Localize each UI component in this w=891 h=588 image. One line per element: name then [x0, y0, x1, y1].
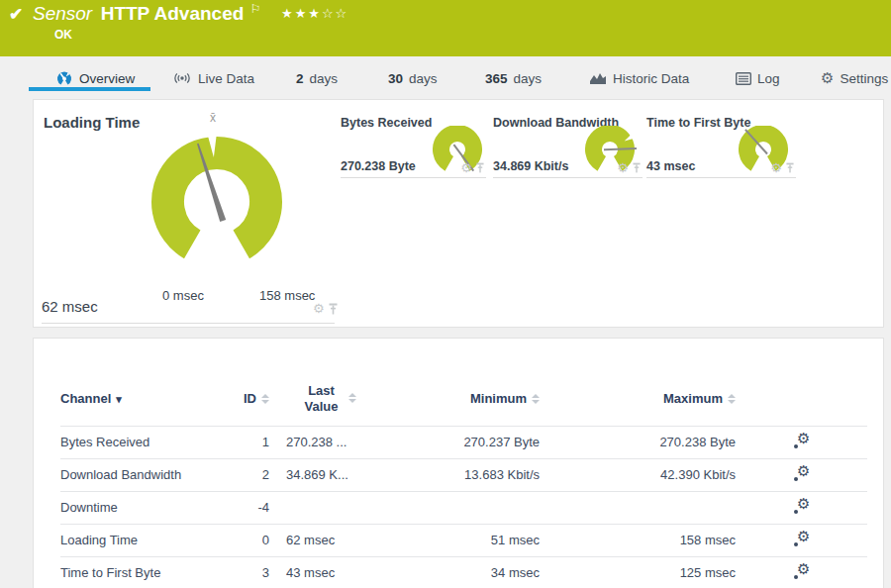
small-gauge-value: 34.869 Kbit/s	[493, 159, 568, 173]
sort-icon[interactable]	[261, 394, 269, 404]
priority-stars[interactable]: ★★★☆☆	[281, 6, 348, 21]
gauge-settings-icon[interactable]: ⚙	[617, 161, 629, 174]
primary-gauge-actions: ⚙	[313, 302, 338, 315]
channel-settings-icon[interactable]: ⚙	[793, 531, 811, 547]
status-check-icon: ✔	[9, 4, 23, 25]
historic-chart-icon	[589, 71, 607, 85]
gauges-panel: Loading Time x̄ 0 msec 158 msec 62 msec …	[33, 99, 884, 328]
column-header-channel[interactable]: Channel▾	[60, 372, 242, 426]
divider	[493, 177, 643, 178]
flag-icon[interactable]: ⚐	[250, 2, 261, 16]
tab-historic-data[interactable]: Historic Data	[589, 64, 689, 92]
mean-marker-label: x̄	[210, 111, 216, 125]
maximum-cell: 42.390 Kbit/s	[540, 458, 736, 491]
small-gauge-actions: ⚙	[770, 161, 794, 174]
channel-name-cell[interactable]: Bytes Received	[60, 426, 242, 458]
channel-settings-icon[interactable]: ⚙	[793, 498, 811, 515]
sensor-header: ✔ Sensor HTTP Advanced ⚐ ★★★☆☆ OK	[0, 0, 891, 56]
gear-subdot	[794, 477, 798, 481]
tab-label: days	[409, 71, 438, 86]
gear-icon: ⚙	[797, 431, 810, 445]
pin-icon[interactable]	[786, 162, 794, 173]
table-row[interactable]: Downtime -4 ⚙	[60, 491, 867, 524]
gauge-settings-icon[interactable]: ⚙	[313, 302, 325, 315]
channel-settings-icon[interactable]: ⚙	[793, 433, 811, 449]
channel-id-cell: 1	[242, 426, 269, 458]
tab-number: 2	[296, 71, 304, 86]
channel-id-cell: 3	[242, 556, 269, 588]
pin-icon[interactable]	[633, 162, 641, 173]
gear-subdot	[794, 444, 798, 448]
log-icon	[736, 72, 751, 85]
sort-icon[interactable]	[532, 394, 540, 404]
tab-2-days[interactable]: 2 days	[296, 64, 338, 92]
loading-time-gauge: x̄	[103, 98, 331, 306]
minimum-cell: 51 msec	[386, 524, 540, 556]
minimum-cell: 13.683 Kbit/s	[386, 458, 540, 491]
gear-icon: ⚙	[797, 529, 810, 543]
status-badge: OK	[54, 28, 72, 42]
channel-settings-icon[interactable]: ⚙	[793, 563, 811, 580]
column-header-id[interactable]: ID	[242, 372, 269, 426]
table-row[interactable]: Bytes Received 1 270.238 ... 270.237 Byt…	[60, 426, 867, 458]
gauge-min-label: 0 msec	[162, 288, 204, 303]
small-gauge-download-bandwidth: Download Bandwidth 34.869 Kbit/s ⚙	[493, 100, 643, 179]
sensor-kind-label: Sensor	[33, 3, 92, 24]
sort-icon[interactable]	[728, 394, 736, 404]
table-row[interactable]: Time to First Byte 3 43 msec 34 msec 125…	[60, 556, 867, 588]
channels-panel: Channel▾ ID Last Value Minimum Maximum	[33, 338, 884, 588]
small-gauge-value: 270.238 Byte	[341, 159, 416, 173]
column-label: Last Value	[300, 383, 344, 414]
sort-icon[interactable]	[348, 393, 356, 403]
settings-gear-icon: ⚙	[821, 69, 834, 87]
column-header-last-value[interactable]: Last Value	[269, 372, 386, 426]
small-gauge-label: Bytes Received	[341, 116, 432, 130]
pin-icon[interactable]	[476, 162, 484, 173]
tab-label: Historic Data	[613, 71, 689, 86]
channel-name-cell[interactable]: Loading Time	[60, 524, 242, 556]
gear-subdot	[794, 575, 798, 579]
column-header-minimum[interactable]: Minimum	[386, 372, 540, 426]
table-row[interactable]: Loading Time 0 62 msec 51 msec 158 msec …	[60, 524, 867, 556]
tab-label: days	[310, 71, 339, 86]
tab-30-days[interactable]: 30 days	[388, 64, 438, 92]
live-data-icon	[172, 70, 192, 86]
channel-name-cell[interactable]: Time to First Byte	[60, 556, 242, 588]
gear-subdot	[794, 542, 798, 546]
column-label: Maximum	[663, 391, 723, 406]
column-header-maximum[interactable]: Maximum	[540, 372, 736, 426]
channel-id-cell: -4	[242, 491, 269, 524]
last-value-cell: 270.238 ...	[269, 426, 386, 458]
gauge-icon	[56, 70, 73, 86]
tab-number: 30	[388, 71, 403, 86]
gear-subdot	[794, 510, 798, 514]
tab-settings[interactable]: ⚙ Settings	[821, 64, 888, 92]
small-gauge-actions: ⚙	[460, 161, 484, 174]
pin-icon[interactable]	[329, 303, 338, 315]
last-value-cell: 43 msec	[269, 556, 386, 588]
channel-name-cell[interactable]: Download Bandwidth	[60, 458, 242, 491]
gauge-settings-icon[interactable]: ⚙	[460, 161, 472, 174]
gear-icon: ⚙	[797, 463, 810, 478]
last-value-cell: 34.869 K...	[269, 458, 386, 491]
last-value-cell: 62 msec	[269, 524, 386, 556]
tab-log[interactable]: Log	[736, 64, 780, 92]
column-label: ID	[244, 391, 256, 406]
tab-label: Live Data	[198, 71, 254, 86]
tab-365-days[interactable]: 365 days	[485, 64, 542, 92]
column-label: Minimum	[470, 391, 527, 406]
minimum-cell: 270.237 Byte	[386, 426, 540, 458]
table-row[interactable]: Download Bandwidth 2 34.869 K... 13.683 …	[60, 458, 867, 491]
tab-number: 365	[485, 71, 508, 86]
small-gauge-time-to-first-byte: Time to First Byte 43 msec ⚙	[646, 100, 796, 179]
minimum-cell	[386, 491, 540, 524]
minimum-cell: 34 msec	[386, 556, 540, 588]
table-header-row: Channel▾ ID Last Value Minimum Maximum	[60, 372, 867, 426]
tab-live-data[interactable]: Live Data	[172, 64, 254, 92]
maximum-cell: 125 msec	[540, 556, 736, 588]
primary-gauge-value: 62 msec	[42, 298, 98, 315]
channel-name-cell[interactable]: Downtime	[60, 491, 242, 524]
channel-settings-icon[interactable]: ⚙	[793, 465, 811, 482]
gauge-settings-icon[interactable]: ⚙	[770, 161, 782, 174]
tab-label: Log	[757, 71, 780, 86]
